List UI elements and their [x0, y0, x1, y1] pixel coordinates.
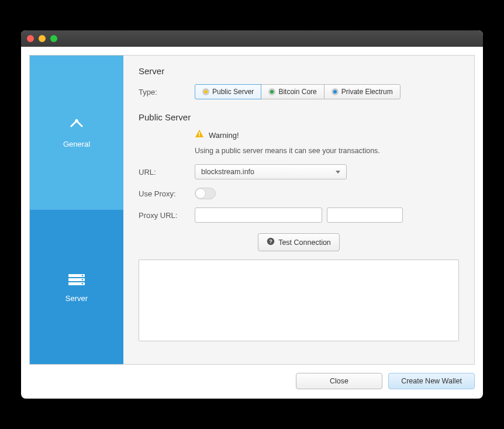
footer: Close Create New Wallet [29, 365, 475, 390]
proxy-url-row: Proxy URL: [139, 207, 459, 223]
test-connection-button[interactable]: ? Test Connection [258, 233, 340, 251]
preferences-window: General Server [21, 30, 483, 399]
segment-private-electrum[interactable]: Private Electrum [324, 84, 401, 99]
use-proxy-row: Use Proxy: [139, 188, 459, 199]
sidebar: General Server [30, 56, 123, 364]
toggle-dot-icon [268, 88, 275, 95]
server-rack-icon [67, 272, 86, 290]
maximize-window-icon[interactable] [50, 35, 57, 42]
create-wallet-label: Create New Wallet [401, 377, 462, 385]
svg-point-5 [82, 283, 83, 284]
svg-rect-7 [199, 136, 200, 137]
toggle-dot-icon [332, 88, 339, 95]
segment-label: Public Server [212, 88, 254, 96]
warning-description: Using a public server means it can see y… [195, 147, 459, 155]
close-button[interactable]: Close [296, 373, 382, 389]
warning-label: Warning! [209, 131, 239, 140]
segment-public-server[interactable]: Public Server [195, 84, 261, 99]
close-button-label: Close [330, 377, 348, 385]
toggle-dot-icon [202, 88, 209, 95]
sidebar-item-server[interactable]: Server [30, 210, 123, 364]
test-connection-row: ? Test Connection [139, 233, 459, 251]
proxy-port-input[interactable] [327, 207, 403, 223]
use-proxy-label: Use Proxy: [139, 189, 195, 198]
type-row: Type: Public Server Bitcoin Core Priv [139, 84, 459, 99]
question-circle-icon: ? [267, 237, 275, 247]
segment-label: Private Electrum [341, 88, 393, 96]
proxy-host-input[interactable] [195, 207, 322, 223]
svg-rect-6 [199, 132, 200, 135]
content-area: General Server [29, 55, 475, 365]
sidebar-item-general[interactable]: General [30, 56, 123, 210]
tools-icon [67, 117, 86, 136]
url-label: URL: [139, 168, 195, 177]
create-new-wallet-button[interactable]: Create New Wallet [388, 373, 475, 389]
test-connection-label: Test Connection [278, 238, 331, 247]
url-value: blockstream.info [201, 168, 254, 176]
svg-text:?: ? [269, 238, 272, 244]
svg-point-4 [82, 279, 83, 280]
subsection-title-public-server: Public Server [139, 112, 459, 122]
section-title-server: Server [139, 66, 459, 76]
svg-point-3 [82, 275, 83, 276]
type-label: Type: [139, 88, 195, 96]
url-select[interactable]: blockstream.info [195, 164, 347, 179]
warning-row: Warning! [195, 129, 459, 141]
close-window-icon[interactable] [27, 35, 34, 42]
proxy-url-label: Proxy URL: [139, 211, 195, 220]
minimize-window-icon[interactable] [39, 35, 46, 42]
server-type-segmented-control: Public Server Bitcoin Core Private Elect… [195, 84, 401, 99]
sidebar-item-label: Server [65, 294, 88, 303]
use-proxy-toggle[interactable] [195, 188, 216, 199]
connection-log-output [139, 260, 459, 341]
url-row: URL: blockstream.info [139, 164, 459, 179]
segment-bitcoin-core[interactable]: Bitcoin Core [261, 84, 324, 99]
warning-triangle-icon [195, 129, 204, 141]
body-wrap: General Server [21, 47, 483, 399]
sidebar-item-label: General [63, 140, 90, 148]
main-panel: Server Type: Public Server Bitcoin Core [123, 56, 474, 364]
segment-label: Bitcoin Core [278, 88, 316, 96]
titlebar [21, 30, 483, 47]
